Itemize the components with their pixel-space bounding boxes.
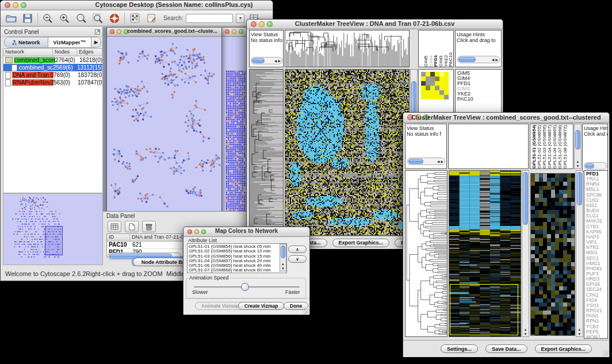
- gene-label[interactable]: MON2: [586, 335, 606, 340]
- network-table-row[interactable]: combined_sco 2569(6) 13112(15): [3, 64, 102, 71]
- tv1-row-dendro[interactable]: [250, 70, 283, 235]
- gene-label[interactable]: GTB1: [586, 224, 606, 229]
- move-up-button[interactable]: ∧: [288, 246, 307, 253]
- create-vizmap-button[interactable]: Create Vizmap: [238, 302, 284, 310]
- tv1-titlebar[interactable]: ClusterMaker TreeView : DNA and Tran 07-…: [247, 20, 503, 29]
- network1-titlebar[interactable]: combined_scores_good.txt--cluste...: [107, 28, 221, 37]
- scrollbar-thumb[interactable]: [577, 172, 582, 205]
- column-label[interactable]: GPL51-07 (GSM868): [557, 124, 563, 168]
- scrollbar-arrows[interactable]: ▲▼: [575, 159, 581, 168]
- tv2-zoom-heatmap-panel[interactable]: [530, 173, 575, 336]
- gene-label[interactable]: YRA1: [586, 177, 606, 182]
- minimize-icon[interactable]: [13, 2, 18, 8]
- tv1-column-labels-panel[interactable]: GIM5GIM4PFD1GIM3YKE2PAC10: [418, 30, 454, 67]
- close-icon[interactable]: [110, 29, 114, 34]
- network-table-row[interactable]: RNAPuberNov2+ 563(0) 107847(0): [3, 79, 102, 86]
- gene-label[interactable]: KAP95: [586, 229, 606, 235]
- gene-label[interactable]: MAK31: [586, 219, 606, 224]
- tv2-row-dendro[interactable]: [406, 171, 447, 336]
- gene-label[interactable]: PFD1: [457, 81, 499, 86]
- tv2-column-tree-panel[interactable]: [448, 124, 529, 169]
- gene-label[interactable]: PUF3: [586, 271, 606, 277]
- scrollbar-thumb[interactable]: [252, 58, 265, 63]
- gene-label[interactable]: SEC24: [586, 287, 606, 292]
- network-canvas-2[interactable]: [225, 70, 246, 212]
- gene-label[interactable]: FIG4: [586, 298, 606, 303]
- tv2-heatmap-panel[interactable]: [449, 170, 521, 337]
- col-header-edges[interactable]: Edges: [77, 49, 102, 56]
- tv1-column-dendrogram-panel[interactable]: [285, 30, 410, 67]
- column-label[interactable]: GPL51-02 (GSM855): [537, 124, 542, 168]
- scrollbar-thumb[interactable]: [585, 163, 594, 168]
- zoom-window-icon[interactable]: [239, 29, 243, 34]
- scrollbar-thumb[interactable]: [523, 172, 528, 225]
- scrollbar-arrows[interactable]: ▲▼: [522, 327, 529, 336]
- tab-vizmapper[interactable]: VizMapper™: [48, 37, 91, 47]
- scrollbar-arrows[interactable]: ◀▶: [492, 56, 498, 63]
- treeview-action-button[interactable]: Settings...: [441, 344, 478, 353]
- column-label[interactable]: GPL51-04 (GSM857): [547, 124, 552, 168]
- scrollbar-arrows[interactable]: ◀▶: [437, 158, 443, 164]
- tv2-titlebar[interactable]: ClusterMaker TreeView : combined_scores_…: [403, 113, 609, 123]
- gene-label[interactable]: NIS1: [586, 203, 606, 208]
- treeview-action-button[interactable]: Export Graphics...: [332, 239, 390, 247]
- scrollbar-arrows[interactable]: ▲▼: [576, 327, 583, 336]
- gene-label[interactable]: ELG1: [586, 213, 606, 219]
- annotation-button[interactable]: [144, 12, 158, 25]
- gene-label[interactable]: CPA2: [586, 293, 606, 298]
- gene-label[interactable]: PEP5: [586, 329, 606, 335]
- zoom-selected-button[interactable]: [91, 12, 105, 25]
- scrollbar-thumb[interactable]: [408, 159, 423, 164]
- gene-label[interactable]: CLN1: [586, 198, 606, 203]
- delete-attribute-button[interactable]: [142, 221, 156, 232]
- gene-label[interactable]: GIM3: [457, 86, 499, 91]
- tab-network[interactable]: Network: [5, 37, 48, 47]
- main-titlebar[interactable]: Cytoscape Desktop (Session Name: collins…: [1, 1, 273, 10]
- gene-label[interactable]: NTR2: [586, 245, 606, 250]
- col-header-nodes[interactable]: Nodes: [53, 49, 77, 56]
- float-panel-icon[interactable]: [95, 29, 100, 35]
- gene-label[interactable]: PFD1: [586, 171, 606, 177]
- gene-label[interactable]: RPN1: [586, 319, 606, 324]
- scrollbar-arrows[interactable]: ◀▶: [274, 58, 281, 64]
- scrollbar-arrows[interactable]: ▲▼: [280, 262, 286, 271]
- network-table-row[interactable]: combined_scores 2764(0) 16218(0): [3, 56, 102, 64]
- gene-label[interactable]: SPC98: [586, 193, 606, 198]
- network-table-row[interactable]: DNA and Tran 07 769(0) 183728(0): [3, 71, 102, 79]
- tv2-zoom-vscrollbar[interactable]: ▲▼: [576, 170, 583, 337]
- resize-grip[interactable]: [602, 350, 609, 356]
- column-label[interactable]: GPL51-01 (GSM854): [531, 124, 537, 168]
- tv1-heatmap-panel[interactable]: [285, 69, 410, 236]
- close-icon[interactable]: [5, 2, 10, 8]
- help-button[interactable]: [108, 12, 121, 25]
- network1-canvas-area[interactable]: [107, 37, 221, 212]
- column-label[interactable]: PAC10: [448, 30, 453, 67]
- attribute-item[interactable]: GPL51-07 (GSM868) heat shock 60 min: [189, 268, 285, 273]
- column-label[interactable]: GPL51-03 (GSM856): [542, 124, 547, 168]
- gene-label[interactable]: TCB3: [586, 324, 606, 329]
- treeview-action-button[interactable]: Save Data...: [485, 344, 527, 353]
- move-down-button[interactable]: ∨: [288, 255, 307, 263]
- birdseye-view-panel[interactable]: [3, 193, 103, 265]
- gene-label[interactable]: HAP3: [586, 235, 606, 240]
- tv1-status-hscrollbar[interactable]: ◀▶: [251, 57, 282, 64]
- column-label[interactable]: PFD1: [433, 30, 438, 67]
- gene-label[interactable]: HRD3: [586, 277, 606, 282]
- gene-label[interactable]: RNR4: [586, 182, 606, 187]
- minimize-icon[interactable]: [117, 29, 121, 34]
- birdseye-canvas[interactable]: [3, 194, 101, 263]
- tv2-row-dendrogram-panel[interactable]: [405, 170, 447, 337]
- gene-label[interactable]: PHO81: [586, 266, 606, 271]
- tv2-heatmap-vscrollbar[interactable]: ▲▼: [522, 170, 529, 337]
- scrollbar-thumb[interactable]: [575, 130, 580, 150]
- column-label[interactable]: GIM5: [423, 30, 429, 67]
- gene-label[interactable]: MSL1: [586, 187, 606, 192]
- listbox-vscrollbar[interactable]: ▲▼: [280, 244, 286, 271]
- gene-label[interactable]: HMG1: [586, 261, 606, 266]
- column-label[interactable]: GPL51-06 (GSM865): [552, 124, 557, 168]
- zoom-window-icon[interactable]: [21, 2, 26, 8]
- gene-label[interactable]: PAN1: [586, 313, 606, 319]
- tv2-labels-vscrollbar[interactable]: ▲▼: [574, 124, 582, 169]
- scrollbar-thumb[interactable]: [458, 57, 476, 62]
- search-dropdown-arrow[interactable]: ▼: [236, 14, 244, 23]
